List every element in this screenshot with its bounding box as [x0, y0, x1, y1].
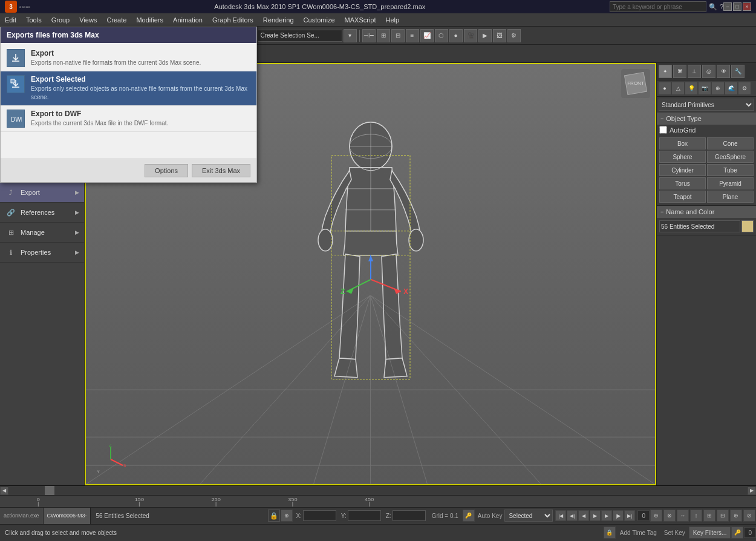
create-tab[interactable]: ✦ [659, 65, 672, 78]
cone-button[interactable]: Cone [707, 137, 754, 149]
box-button[interactable]: Box [659, 137, 706, 149]
menu-item-maxscript[interactable]: MAXScript [340, 15, 381, 25]
tl-left-arrow[interactable]: ◀ [0, 487, 8, 495]
align-btn[interactable]: ⊟ [391, 29, 405, 42]
cylinder-button[interactable]: Cylinder [659, 164, 706, 176]
sidebar-item-export[interactable]: ⤴ Export ▶ [0, 183, 84, 203]
sphere-button[interactable]: Sphere [659, 151, 706, 163]
file-tab-2[interactable]: CWom0006-M3- [44, 508, 91, 524]
sidebar-item-manage[interactable]: ⊞ Manage ▶ [0, 223, 84, 243]
options-button[interactable]: Options [145, 164, 188, 177]
menu-item-tools[interactable]: Tools [21, 15, 47, 25]
color-swatch[interactable] [741, 220, 754, 232]
motion-tab[interactable]: ◎ [702, 65, 715, 78]
menu-item-group[interactable]: Group [47, 15, 75, 25]
menu-entry-export-selected[interactable]: Export Selected Exports only selected ob… [1, 71, 256, 106]
autogrid-checkbox[interactable] [659, 126, 667, 134]
geometry-icon[interactable]: ● [659, 82, 671, 94]
entity-name-input[interactable] [659, 220, 740, 232]
geosphere-button[interactable]: GeoSphere [707, 151, 754, 163]
file-tab-1[interactable]: actionMan.exe [0, 508, 44, 524]
menu-entry-export-dwf[interactable]: DWF Export to DWF Exports the current 3d… [1, 106, 256, 132]
menu-item-modifiers[interactable]: Modifiers [131, 15, 168, 25]
nav-cube-widget[interactable]: FRONT [621, 69, 650, 98]
go-start-btn[interactable]: |◀ [555, 510, 566, 521]
spacewarps-icon[interactable]: 🌊 [725, 82, 737, 94]
close-button[interactable]: × [743, 2, 751, 11]
menu-item-customize[interactable]: Customize [299, 15, 340, 25]
viewport-nav-7[interactable]: ⊛ [730, 510, 742, 522]
play-btn[interactable]: ▶ [590, 510, 601, 521]
object-type-header[interactable]: − Object Type [657, 113, 756, 125]
hierarchy-tab[interactable]: ⊥ [688, 65, 701, 78]
systems-icon[interactable]: ⚙ [738, 82, 751, 94]
layer-btn[interactable]: ≡ [406, 29, 419, 42]
cameras-icon[interactable]: 📷 [699, 82, 711, 94]
viewport-nav-5[interactable]: ⊞ [703, 510, 715, 522]
go-end-btn[interactable]: ▶| [624, 510, 635, 521]
viewport-nav-1[interactable]: ⊕ [650, 510, 662, 522]
viewport-nav-3[interactable]: ↔ [677, 510, 689, 522]
prev-key-btn[interactable]: ◀| [567, 510, 578, 521]
timeline-thumb[interactable] [45, 486, 54, 495]
viewport-nav-8[interactable]: ⊘ [743, 510, 755, 522]
sidebar-item-properties[interactable]: ℹ Properties ▶ [0, 243, 84, 263]
helpers-icon[interactable]: ⊕ [712, 82, 724, 94]
name-color-header[interactable]: − Name and Color [657, 206, 756, 218]
z-coord-input[interactable] [393, 510, 426, 521]
schematic-btn[interactable]: ⬡ [435, 29, 448, 42]
tube-button[interactable]: Tube [707, 164, 754, 176]
plane-button[interactable]: Plane [707, 191, 754, 203]
next-frame-btn[interactable]: ▶ [601, 510, 612, 521]
viewport-nav-2[interactable]: ⊗ [663, 510, 676, 522]
settings-btn[interactable]: ⚙ [507, 29, 521, 42]
teapot-button[interactable]: Teapot [659, 191, 706, 203]
timeline-track[interactable] [8, 486, 748, 495]
render-frame-btn[interactable]: 🖼 [493, 29, 506, 42]
key-icon-btn[interactable]: 🔑 [463, 510, 475, 522]
sidebar-item-references[interactable]: 🔗 References ▶ [0, 203, 84, 223]
shapes-icon[interactable]: △ [672, 82, 684, 94]
key-filter-icon[interactable]: 🔑 [731, 526, 743, 539]
menu-item-help[interactable]: Help [381, 15, 405, 25]
exit-3dsmax-button[interactable]: Exit 3ds Max [192, 164, 250, 177]
mirror-btn[interactable]: ⊣⊢ [362, 29, 376, 42]
search-icon[interactable]: 🔍 [709, 3, 717, 11]
maximize-button[interactable]: □ [733, 2, 741, 11]
x-coord-input[interactable] [303, 510, 336, 521]
menu-item-create[interactable]: Create [102, 15, 131, 25]
lock-selection-btn[interactable]: 🔒 [268, 510, 280, 522]
key-mode-select[interactable]: Selected All [504, 510, 553, 522]
primitive-type-select[interactable]: Standard Primitives Extended Primitives … [659, 99, 754, 111]
menu-entry-export[interactable]: Export Exports non-native file formats f… [1, 45, 256, 71]
curve-editor-btn[interactable]: 📈 [420, 29, 434, 42]
tl-right-arrow[interactable]: ▶ [748, 487, 756, 495]
next-key-btn[interactable]: |▶ [613, 510, 624, 521]
quick-render-btn[interactable]: ▶ [478, 29, 492, 42]
timeline-ruler[interactable]: 0 150 250 350 450 [0, 495, 756, 507]
viewport-nav-6[interactable]: ⊟ [717, 510, 729, 522]
selection-set-input[interactable] [258, 30, 342, 42]
viewport-nav-4[interactable]: ↕ [690, 510, 702, 522]
array-btn[interactable]: ⊞ [377, 29, 390, 42]
lights-icon[interactable]: 💡 [685, 82, 697, 94]
minimize-button[interactable]: − [723, 2, 732, 11]
render-setup-btn[interactable]: 🎥 [464, 29, 477, 42]
modify-tab[interactable]: ⌘ [673, 65, 686, 78]
utility-tab[interactable]: 🔧 [731, 65, 745, 78]
menu-item-views[interactable]: Views [74, 15, 102, 25]
menu-item-edit[interactable]: Edit [0, 15, 21, 25]
lock-btn-2[interactable]: 🔒 [604, 526, 616, 539]
nav-cube[interactable]: FRONT [621, 69, 650, 98]
material-editor-btn[interactable]: ● [449, 29, 463, 42]
y-coord-input[interactable] [348, 510, 381, 521]
key-filters-button[interactable]: Key Filters... [689, 526, 731, 539]
display-tab[interactable]: 👁 [717, 65, 730, 78]
search-input[interactable] [610, 1, 706, 12]
torus-button[interactable]: Torus [659, 177, 706, 189]
menu-item-rendering[interactable]: Rendering [258, 15, 299, 25]
prev-frame-btn[interactable]: ◀ [578, 510, 589, 521]
pyramid-button[interactable]: Pyramid [707, 177, 754, 189]
selection-lock-btn[interactable]: ⊕ [281, 510, 293, 522]
menu-item-animation[interactable]: Animation [168, 15, 207, 25]
